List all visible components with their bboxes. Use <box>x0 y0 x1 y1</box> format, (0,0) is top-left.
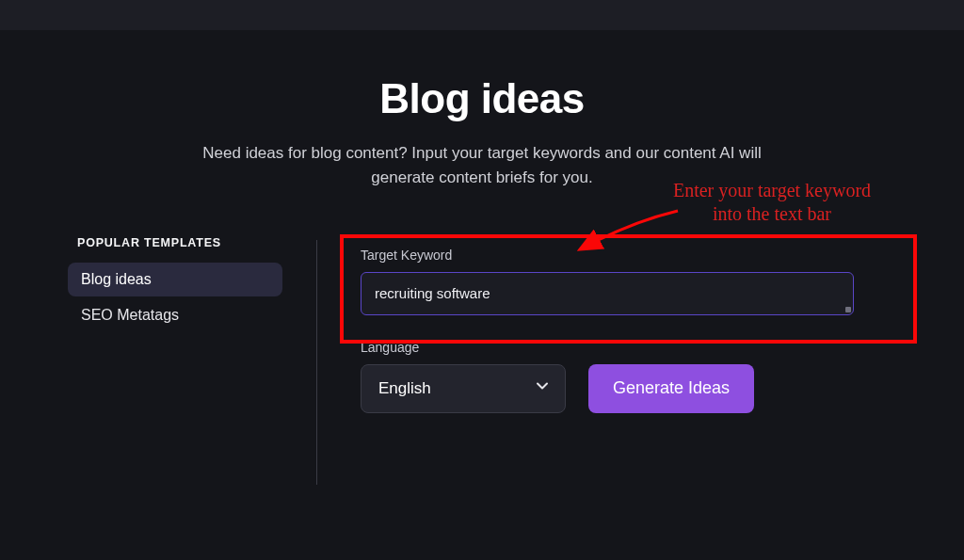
content-row: POPULAR TEMPLATES Blog ideas SEO Metatag… <box>0 236 964 485</box>
annotation-text: Enter your target keyword into the text … <box>659 179 885 226</box>
page: Blog ideas Need ideas for blog content? … <box>0 75 964 485</box>
resize-handle-icon[interactable] <box>845 307 851 312</box>
language-selected-value: English <box>378 379 431 398</box>
language-label: Language <box>361 340 566 355</box>
form-panel: Target Keyword Language English Gener <box>344 236 926 485</box>
page-header: Blog ideas Need ideas for blog content? … <box>171 75 793 191</box>
vertical-divider <box>316 240 317 485</box>
target-keyword-label: Target Keyword <box>361 248 926 263</box>
sidebar-heading: POPULAR TEMPLATES <box>77 236 282 249</box>
sidebar-item-blog-ideas[interactable]: Blog ideas <box>68 263 282 296</box>
sidebar-list: Blog ideas SEO Metatags <box>68 263 282 332</box>
generate-button-label: Generate Ideas <box>613 378 730 397</box>
page-title: Blog ideas <box>171 75 793 122</box>
top-bar <box>0 0 964 30</box>
language-block: Language English <box>361 340 566 413</box>
form-row-2: Language English Generate Ideas <box>361 340 926 413</box>
sidebar-item-label: Blog ideas <box>81 271 152 287</box>
target-keyword-input[interactable] <box>361 272 854 315</box>
sidebar-item-seo-metatags[interactable]: SEO Metatags <box>68 298 282 332</box>
generate-ideas-button[interactable]: Generate Ideas <box>588 364 754 413</box>
chevron-down-icon <box>535 378 550 398</box>
sidebar: POPULAR TEMPLATES Blog ideas SEO Metatag… <box>68 236 282 485</box>
sidebar-item-label: SEO Metatags <box>81 307 179 323</box>
language-select[interactable]: English <box>361 364 566 413</box>
